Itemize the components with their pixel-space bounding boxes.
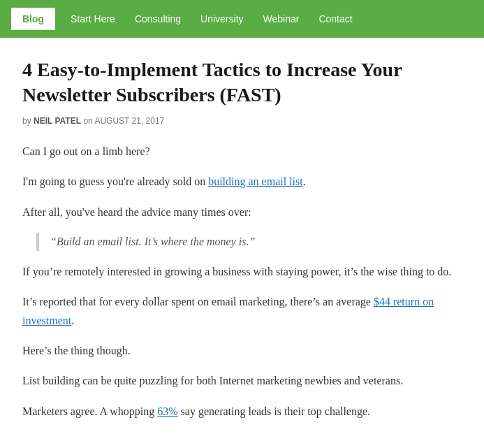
nav-university[interactable]: University	[191, 13, 253, 24]
paragraph-4: If you’re remotely interested in growing…	[22, 262, 462, 281]
p2-suffix: .	[303, 175, 306, 187]
byline-date: AUGUST 21, 2017	[94, 116, 164, 126]
article-title: 4 Easy-to-Implement Tactics to Increase …	[22, 57, 462, 108]
building-email-list-link[interactable]: building an email list	[208, 175, 303, 187]
paragraph-5: It’s reported that for every dollar spen…	[22, 292, 462, 330]
nav-consulting[interactable]: Consulting	[125, 13, 191, 24]
63-percent-link[interactable]: 63%	[157, 405, 177, 417]
nav-start-here[interactable]: Start Here	[61, 13, 125, 24]
nav-contact[interactable]: Contact	[309, 13, 362, 24]
p8-prefix: Marketers agree. A whopping	[22, 405, 157, 417]
p5-prefix: It’s reported that for every dollar spen…	[22, 296, 374, 308]
paragraph-3: After all, you've heard the advice many …	[22, 203, 462, 222]
blockquote: “Build an email list. It’s where the mon…	[36, 233, 462, 251]
byline-middle: on	[83, 116, 94, 126]
article-byline: by NEIL PATEL on AUGUST 21, 2017	[22, 114, 462, 128]
article-content: 4 Easy-to-Implement Tactics to Increase …	[0, 38, 484, 448]
paragraph-8: Marketers agree. A whopping 63% say gene…	[22, 402, 462, 421]
p5-suffix: .	[71, 315, 74, 326]
p2-prefix: I'm going to guess you're already sold o…	[22, 175, 208, 187]
paragraph-6: Here’s the thing though.	[22, 341, 462, 360]
byline-prefix: by	[22, 116, 31, 126]
paragraph-1: Can I go out on a limb here?	[22, 142, 462, 161]
navigation: Blog Start Here Consulting University We…	[0, 0, 484, 38]
paragraph-2: I'm going to guess you're already sold o…	[22, 172, 462, 191]
p8-suffix: say generating leads is their top challe…	[178, 405, 370, 417]
byline-author: NEIL PATEL	[34, 116, 81, 126]
paragraph-7: List building can be quite puzzling for …	[22, 371, 462, 390]
nav-webinar[interactable]: Webinar	[254, 13, 309, 24]
nav-blog-button[interactable]: Blog	[11, 8, 55, 30]
blockquote-text: “Build an email list. It’s where the mon…	[50, 236, 255, 247]
